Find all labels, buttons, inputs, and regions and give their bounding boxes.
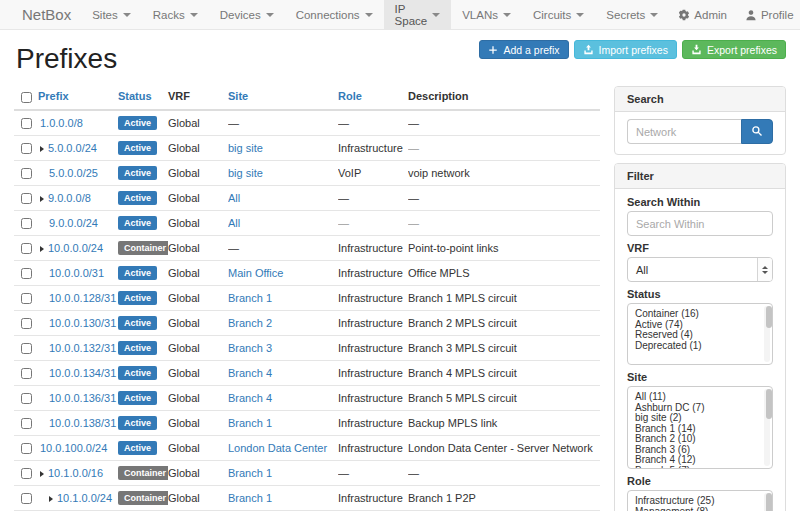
search-input[interactable]	[627, 119, 741, 144]
nav-item-admin[interactable]: Admin	[669, 0, 736, 29]
nav-item-devices[interactable]: Devices	[209, 0, 285, 29]
nav-item-secrets[interactable]: Secrets	[595, 0, 669, 29]
site-link[interactable]: Branch 1	[228, 292, 272, 304]
scrollbar-thumb[interactable]	[766, 493, 772, 511]
prefix-link[interactable]: 10.0.0.0/31	[49, 267, 104, 279]
role-option[interactable]: Management (8)	[635, 507, 758, 511]
site-link[interactable]: Branch 3	[228, 342, 272, 354]
role-listbox[interactable]: Infrastructure (25)Management (8)Private…	[627, 490, 773, 511]
nav-item-sites[interactable]: Sites	[81, 0, 142, 29]
role-option[interactable]: Infrastructure (25)	[635, 496, 758, 507]
search-button[interactable]	[741, 119, 773, 144]
column-header-status[interactable]: Status	[118, 86, 168, 110]
column-header-prefix[interactable]: Prefix	[38, 86, 118, 110]
row-select-checkbox[interactable]	[21, 218, 32, 229]
empty-value: —	[338, 185, 408, 210]
prefix-link[interactable]: 10.0.100.0/24	[40, 442, 107, 454]
search-icon	[751, 123, 763, 141]
prefix-link[interactable]: 10.0.0.130/31	[49, 317, 116, 329]
row-select-checkbox[interactable]	[21, 468, 32, 479]
scrollbar-thumb[interactable]	[766, 306, 772, 328]
site-link[interactable]: Main Office	[228, 267, 283, 279]
status-option[interactable]: Container (16)	[635, 309, 758, 320]
status-option[interactable]: Deprecated (1)	[635, 341, 758, 352]
site-link[interactable]: Branch 4	[228, 392, 272, 404]
status-label: Status	[627, 288, 773, 300]
prefix-link[interactable]: 10.0.0.136/31	[49, 392, 116, 404]
prefix-link[interactable]: 10.1.0.0/16	[48, 467, 103, 479]
nav-item-connections[interactable]: Connections	[285, 0, 384, 29]
search-within-input[interactable]	[627, 211, 773, 236]
row-select-checkbox[interactable]	[21, 143, 32, 154]
row-select-checkbox[interactable]	[21, 243, 32, 254]
prefix-link[interactable]: 1.0.0.0/8	[40, 117, 83, 129]
vrf-select[interactable]: All	[627, 257, 773, 282]
site-link[interactable]: All	[228, 217, 240, 229]
status-option[interactable]: Reserved (4)	[635, 330, 758, 341]
vrf-selected-value: All	[636, 264, 648, 276]
table-row: 10.0.0.0/24ContainerGlobal—Infrastructur…	[14, 235, 600, 260]
add-a-prefix-button[interactable]: Add a prefix	[479, 40, 568, 59]
table-row: 10.0.0.136/31ActiveGlobalBranch 4Infrast…	[14, 385, 600, 410]
row-select-checkbox[interactable]	[21, 268, 32, 279]
status-listbox[interactable]: Container (16)Active (74)Reserved (4)Dep…	[627, 303, 773, 365]
row-select-checkbox[interactable]	[21, 368, 32, 379]
site-option[interactable]: All (11)	[635, 392, 758, 403]
status-badge: Active	[118, 266, 157, 280]
export-prefixes-button[interactable]: Export prefixes	[682, 40, 786, 59]
scrollbar-thumb[interactable]	[766, 389, 772, 419]
prefix-link[interactable]: 9.0.0.0/24	[49, 217, 98, 229]
nav-item-vlans[interactable]: VLANs	[451, 0, 522, 29]
nav-item-circuits[interactable]: Circuits	[522, 0, 595, 29]
row-select-checkbox[interactable]	[21, 168, 32, 179]
nav-item-ip-space[interactable]: IP Space	[384, 0, 452, 29]
prefix-link[interactable]: 10.0.0.134/31	[49, 367, 116, 379]
prefix-link[interactable]: 10.0.0.138/31	[49, 417, 116, 429]
search-panel-title: Search	[615, 87, 785, 112]
site-label: Site	[627, 371, 773, 383]
prefix-link[interactable]: 10.0.0.128/31	[49, 292, 116, 304]
site-link[interactable]: Branch 1	[228, 417, 272, 429]
row-select-checkbox[interactable]	[21, 443, 32, 454]
site-link[interactable]: Branch 4	[228, 367, 272, 379]
nav-item-label: VLANs	[462, 9, 498, 21]
description-value: Branch 3 MPLS circuit	[408, 335, 600, 360]
prefix-link[interactable]: 10.0.0.132/31	[49, 342, 116, 354]
import-prefixes-button[interactable]: Import prefixes	[574, 40, 677, 59]
button-label: Import prefixes	[599, 44, 668, 56]
row-select-checkbox[interactable]	[21, 193, 32, 204]
prefix-link[interactable]: 5.0.0.0/24	[48, 142, 97, 154]
table-row: 10.0.100.0/24ActiveGlobalLondon Data Cen…	[14, 435, 600, 460]
netbox-brand[interactable]: NetBox	[16, 0, 81, 29]
site-option[interactable]: big site (2)	[635, 413, 758, 424]
select-all-checkbox[interactable]	[21, 92, 32, 103]
site-option[interactable]: Branch 4 (12)	[635, 455, 758, 466]
prefix-link[interactable]: 5.0.0.0/25	[49, 167, 98, 179]
prefix-link[interactable]: 9.0.0.0/8	[48, 192, 91, 204]
site-link[interactable]: big site	[228, 167, 263, 179]
prefix-link[interactable]: 10.0.0.0/24	[48, 242, 103, 254]
prefix-link[interactable]: 10.1.0.0/24	[57, 492, 112, 504]
expand-arrow-icon	[40, 471, 44, 477]
site-link[interactable]: big site	[228, 142, 263, 154]
row-select-checkbox[interactable]	[21, 343, 32, 354]
column-header-site[interactable]: Site	[228, 86, 338, 110]
description-value: Branch 1 P2P	[408, 485, 600, 510]
site-link[interactable]: Branch 1	[228, 492, 272, 504]
row-select-checkbox[interactable]	[21, 293, 32, 304]
row-select-checkbox[interactable]	[21, 493, 32, 504]
nav-item-profile[interactable]: Profile	[736, 0, 800, 29]
site-link[interactable]: Branch 1	[228, 467, 272, 479]
row-select-checkbox[interactable]	[21, 118, 32, 129]
site-link[interactable]: London Data Center	[228, 442, 327, 454]
row-select-checkbox[interactable]	[21, 418, 32, 429]
row-select-checkbox[interactable]	[21, 318, 32, 329]
site-link[interactable]: All	[228, 192, 240, 204]
column-header-role[interactable]: Role	[338, 86, 408, 110]
site-link[interactable]: Branch 2	[228, 317, 272, 329]
row-select-checkbox[interactable]	[21, 393, 32, 404]
site-listbox[interactable]: All (11)Ashburn DC (7)big site (2)Branch…	[627, 386, 773, 469]
site-option[interactable]: Branch 2 (10)	[635, 434, 758, 445]
site-option[interactable]: Branch 5 (7)	[635, 466, 758, 470]
nav-item-racks[interactable]: Racks	[142, 0, 209, 29]
